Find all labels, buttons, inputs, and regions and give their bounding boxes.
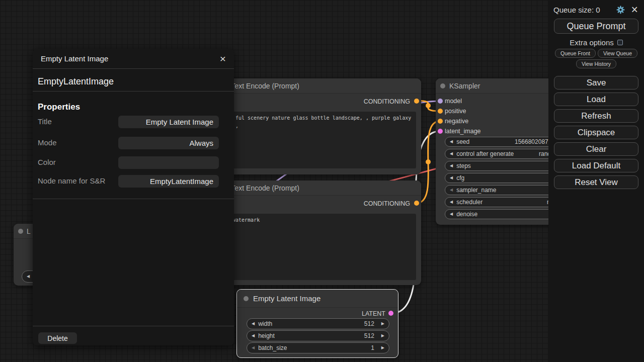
conditioning-output-dot[interactable] [414, 201, 419, 206]
widget-label: sampler_name [456, 187, 496, 194]
widget-steps[interactable]: ◀ steps [445, 161, 565, 171]
stepper-left-icon[interactable]: ◀ [450, 152, 453, 156]
prompt-text: watermark [225, 214, 416, 224]
field-label-title: Title [38, 117, 52, 126]
link-midpoint-dot [426, 103, 431, 108]
widget-label: width [258, 320, 272, 327]
widget-seed[interactable]: ◀ seed 1566802087 [445, 137, 565, 147]
stepper-left-icon[interactable]: ◀ [252, 334, 255, 338]
stepper-left-icon[interactable]: ◀ [27, 275, 30, 279]
output-label: CONDITIONING [364, 98, 410, 105]
negative-input-dot[interactable] [438, 119, 443, 124]
stepper-left-icon[interactable]: ◀ [252, 322, 255, 326]
field-value-mode[interactable]: Always [118, 137, 219, 149]
reset-view-button[interactable]: Reset View [554, 175, 638, 189]
widget-batch-size[interactable]: ◀ batch_size 1 ▶ [247, 342, 389, 353]
field-label-color: Color [38, 158, 56, 166]
divider [33, 326, 234, 326]
clipspace-button[interactable]: Clipspace [554, 126, 638, 139]
input-label: negative [445, 118, 468, 125]
stepper-right-icon[interactable]: ▶ [381, 322, 384, 326]
queue-front-button[interactable]: Queue Front [555, 49, 596, 58]
widget-label: cfg [456, 174, 464, 182]
save-button[interactable]: Save [554, 76, 638, 89]
latent-input-dot[interactable] [438, 129, 443, 134]
node-properties-dialog: Empty Latent Image × EmptyLatentImage Pr… [33, 49, 234, 345]
comfy-menu: Queue size: 0 × Queue Prompt Extra optio… [548, 0, 644, 362]
positive-input-dot[interactable] [438, 109, 443, 114]
close-icon[interactable]: × [220, 53, 226, 64]
widget-scheduler[interactable]: ◀ scheduler normal [445, 197, 565, 207]
latent-output-dot[interactable] [388, 311, 393, 316]
widget-width[interactable]: ◀ width 512 ▶ [247, 318, 389, 329]
widget-label: control after generate [456, 150, 514, 157]
properties-heading: Properties [33, 95, 234, 117]
stepper-left-icon[interactable]: ◀ [450, 140, 453, 144]
stepper-left-icon[interactable]: ◀ [450, 212, 453, 216]
delete-button[interactable]: Delete [38, 332, 77, 344]
node-status-dot [244, 296, 249, 301]
node-status-dot [18, 229, 23, 234]
widget-value: 1 [371, 344, 374, 351]
field-label-mode: Mode [38, 138, 57, 147]
load-button[interactable]: Load [554, 93, 638, 106]
input-label: positive [445, 108, 466, 115]
field-label-node-name: Node name for S&R [38, 176, 105, 185]
widget-label: height [258, 332, 275, 339]
widget-label: scheduler [456, 199, 482, 206]
extra-options-label: Extra options [570, 38, 614, 47]
stepper-left-icon[interactable]: ◀ [450, 176, 453, 180]
field-value-color[interactable] [118, 156, 219, 169]
settings-gear-icon[interactable] [616, 5, 625, 15]
node-clip-text-encode-negative[interactable]: CLIP Text Encode (Prompt) CONDITIONING w… [209, 180, 421, 285]
prompt-text-widget[interactable]: ful scenery nature glass bottle landscap… [225, 112, 416, 168]
stepper-left-icon[interactable]: ◀ [450, 188, 453, 192]
node-clip-text-encode-positive[interactable]: CLIP Text Encode (Prompt) CONDITIONING f… [209, 78, 421, 174]
prompt-text-widget[interactable]: watermark [225, 214, 416, 280]
stepper-right-icon[interactable]: ▶ [381, 334, 384, 338]
divider [33, 68, 234, 69]
divider [33, 91, 234, 92]
view-history-button[interactable]: View History [576, 59, 616, 68]
stepper-left-icon[interactable]: ◀ [252, 346, 255, 350]
widget-control-after-generate[interactable]: ◀ control after generate randomize [445, 149, 565, 159]
widget-label: batch_size [258, 344, 287, 351]
divider [33, 199, 234, 199]
output-label: LATENT [362, 310, 385, 317]
stepper-right-icon[interactable]: ▶ [381, 346, 384, 350]
field-value-node-name[interactable]: EmptyLatentImage [118, 175, 219, 188]
load-default-button[interactable]: Load Default [554, 159, 638, 172]
stepper-left-icon[interactable]: ◀ [450, 200, 453, 204]
view-queue-button[interactable]: View Queue [598, 49, 637, 58]
link-midpoint-dot [426, 159, 431, 164]
dialog-title: Empty Latent Image [41, 54, 108, 63]
close-icon[interactable]: × [631, 5, 638, 14]
widget-value: 512 [364, 332, 374, 339]
node-title: L [27, 227, 31, 235]
widget-height[interactable]: ◀ height 512 ▶ [247, 330, 389, 341]
widget-sampler-name[interactable]: ◀ sampler_name [445, 185, 565, 195]
input-label: model [445, 98, 462, 105]
field-value-title[interactable]: Empty Latent Image [118, 116, 219, 128]
node-empty-latent-image[interactable]: Empty Latent Image LATENT ◀ width 512 ▶ … [236, 289, 398, 358]
widget-value: 512 [364, 320, 374, 327]
conditioning-output-dot[interactable] [414, 99, 419, 104]
widget-denoise[interactable]: ◀ denoise [445, 209, 565, 219]
input-label: latent_image [445, 128, 481, 135]
widget-value: 1566802087 [515, 138, 548, 145]
widget-label: seed [456, 138, 469, 145]
prompt-text: ful scenery nature glass bottle landscap… [225, 112, 416, 130]
stepper-left-icon[interactable]: ◀ [450, 164, 453, 168]
queue-size-label: Queue size: 0 [553, 6, 600, 14]
clear-button[interactable]: Clear [554, 142, 638, 156]
node-title: Empty Latent Image [253, 294, 320, 303]
model-input-dot[interactable] [438, 99, 443, 104]
widget-label: steps [456, 162, 471, 169]
refresh-button[interactable]: Refresh [554, 109, 638, 123]
node-title: KSampler [449, 82, 480, 90]
queue-prompt-button[interactable]: Queue Prompt [554, 19, 638, 34]
widget-label: denoise [456, 211, 477, 218]
widget-cfg[interactable]: ◀ cfg [445, 173, 565, 183]
extra-options-checkbox[interactable] [617, 40, 623, 45]
node-status-dot [440, 83, 445, 88]
